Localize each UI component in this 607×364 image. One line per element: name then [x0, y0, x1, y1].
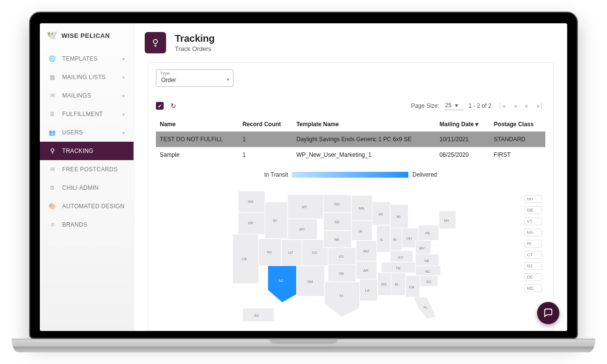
- state-box[interactable]: DE: [524, 273, 542, 281]
- globe-icon: 🌐: [49, 55, 56, 63]
- orders-table: Name Record Count Template Name Mailing …: [156, 117, 545, 163]
- col-record-count[interactable]: Record Count: [238, 117, 292, 132]
- state-box[interactable]: NJ: [524, 262, 542, 270]
- col-name[interactable]: Name: [156, 117, 238, 132]
- refresh-button[interactable]: ↻: [170, 102, 176, 110]
- state-box[interactable]: RI: [524, 240, 542, 248]
- sidebar-item-label: FULFILLMENT: [62, 111, 103, 117]
- users-icon: 👥: [49, 129, 56, 136]
- state-box[interactable]: CT: [524, 251, 542, 259]
- svg-marker-14: [268, 265, 296, 302]
- page-prev-button[interactable]: ◂: [512, 100, 519, 111]
- palette-icon: 🎨: [49, 202, 56, 210]
- page-size-select[interactable]: 25 ▾: [444, 102, 464, 110]
- svg-rect-18: [287, 219, 317, 240]
- svg-rect-4: [238, 213, 265, 234]
- state-box[interactable]: NH: [524, 195, 542, 203]
- legend-gradient: [292, 172, 408, 178]
- mail-icon: ✉: [49, 92, 56, 99]
- col-postage-class[interactable]: Postage Class: [490, 117, 545, 132]
- sidebar-item-templates[interactable]: 🌐 TEMPLATES ▾: [40, 50, 134, 68]
- svg-rect-2: [238, 191, 265, 213]
- sidebar-item-label: AUTOMATED DESIGN: [62, 203, 124, 210]
- svg-rect-44: [360, 279, 378, 301]
- sidebar: 🕊️ WISE PELICAN 🌐 TEMPLATES ▾ ▦ MAILING …: [40, 23, 134, 331]
- grid-icon: ▦: [49, 73, 56, 81]
- svg-rect-8: [265, 202, 287, 239]
- chevron-down-icon: ▾: [122, 112, 125, 117]
- sidebar-item-automated-design[interactable]: 🎨 AUTOMATED DESIGN: [40, 197, 134, 215]
- sidebar-item-mailing-lists[interactable]: ▦ MAILING LISTS ▾: [40, 68, 134, 86]
- svg-rect-46: [372, 202, 390, 225]
- svg-rect-38: [352, 221, 372, 241]
- state-box[interactable]: ME: [524, 206, 542, 214]
- state-box[interactable]: VT: [524, 217, 542, 225]
- page-icon-badge: [145, 32, 166, 53]
- tracking-panel: Type Order ▾ ✔ ↻ Page Size: 25 ▾ 1 - 2 o…: [148, 62, 554, 331]
- svg-rect-72: [420, 276, 438, 286]
- page-last-button[interactable]: ▸│: [535, 100, 546, 111]
- type-value: Order: [161, 77, 176, 83]
- svg-rect-32: [328, 265, 356, 282]
- sidebar-item-chili-admin[interactable]: 🗎 CHILI ADMIN: [40, 179, 134, 197]
- svg-rect-36: [352, 196, 372, 221]
- svg-marker-34: [324, 282, 359, 317]
- svg-rect-28: [323, 231, 351, 248]
- page-first-button[interactable]: │◂: [496, 100, 507, 111]
- svg-rect-6: [233, 234, 259, 284]
- chevron-down-icon: ▾: [122, 130, 125, 135]
- mail-icon: ✉: [49, 165, 56, 173]
- pagination: Page Size: 25 ▾ 1 - 2 of 2 │◂ ◂ ▸ ▸│: [411, 100, 545, 111]
- document-icon: 🗎: [49, 184, 56, 192]
- select-all-checkbox[interactable]: ✔: [156, 102, 164, 110]
- state-box[interactable]: MA: [524, 229, 542, 236]
- list-icon: ≡: [49, 221, 56, 229]
- table-toolbar: ✔ ↻ Page Size: 25 ▾ 1 - 2 of 2 │◂ ◂ ▸ ▸│: [156, 100, 545, 111]
- chevron-down-icon: ▾: [122, 56, 125, 62]
- table-row[interactable]: Sample 1 WP_New_User_Marketing_1 06/25/2…: [156, 147, 545, 163]
- east-coast-state-boxes: NH ME VT MA RI CT NJ DE MD: [523, 194, 543, 293]
- svg-marker-76: [414, 297, 436, 319]
- main-content: Tracking Track Orders Type Order ▾ ✔ ↻: [134, 23, 567, 331]
- sidebar-item-mailings[interactable]: ✉ MAILINGS ▾: [40, 86, 134, 105]
- svg-rect-48: [390, 204, 408, 228]
- col-mailing-date[interactable]: Mailing Date ▾: [436, 117, 490, 132]
- svg-rect-68: [416, 254, 439, 265]
- sidebar-item-fulfillment[interactable]: 🗎 FULFILLMENT ▾: [40, 105, 134, 123]
- legend-left: In Transit: [264, 171, 288, 178]
- svg-rect-16: [287, 195, 323, 219]
- sidebar-item-brands[interactable]: ≡ BRANDS: [40, 215, 134, 234]
- table-row[interactable]: TEST DO NOT FULFILL 1 Daylight Savings E…: [156, 132, 545, 147]
- page-size-label: Page Size:: [411, 102, 439, 109]
- svg-rect-70: [416, 265, 441, 275]
- svg-rect-56: [390, 250, 413, 262]
- svg-rect-10: [259, 239, 281, 266]
- sidebar-item-label: TRACKING: [62, 148, 93, 154]
- svg-rect-22: [297, 265, 324, 296]
- sidebar-item-free-postcards[interactable]: ✉ FREE POSTCARDS: [40, 160, 134, 179]
- pelican-logo-icon: 🕊️: [47, 30, 58, 41]
- page-header: Tracking Track Orders: [134, 23, 567, 56]
- svg-rect-26: [323, 213, 351, 231]
- svg-rect-64: [418, 225, 439, 241]
- svg-rect-42: [356, 261, 377, 279]
- lightbulb-icon: [49, 147, 56, 155]
- page-next-button[interactable]: ▸: [523, 100, 530, 111]
- col-template-name[interactable]: Template Name: [292, 117, 436, 132]
- laptop-frame: [12, 339, 595, 352]
- chat-icon: [543, 308, 554, 318]
- sort-desc-icon: ▾: [475, 121, 478, 128]
- chevron-down-icon: ▾: [122, 93, 125, 99]
- document-icon: 🗎: [49, 110, 56, 118]
- svg-point-0: [51, 149, 54, 151]
- chevron-down-icon: ▾: [227, 77, 229, 82]
- state-box[interactable]: MD: [524, 284, 542, 292]
- page-range: 1 - 2 of 2: [469, 102, 491, 109]
- sidebar-item-tracking[interactable]: TRACKING: [40, 142, 134, 160]
- sidebar-item-label: FREE POSTCARDS: [62, 166, 118, 173]
- svg-rect-60: [378, 273, 391, 295]
- type-select[interactable]: Type Order ▾: [156, 69, 234, 87]
- sidebar-item-users[interactable]: 👥 USERS ▾: [40, 123, 134, 142]
- svg-rect-66: [416, 241, 431, 254]
- chat-launcher-button[interactable]: [537, 302, 559, 324]
